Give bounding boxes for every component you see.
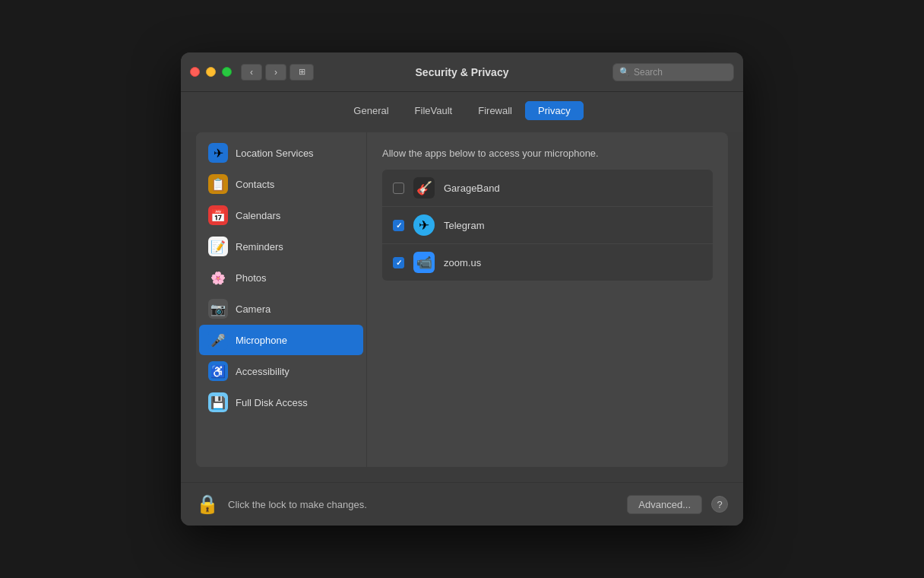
zoom-checkbox[interactable]	[393, 257, 404, 268]
sidebar-label-reminders: Reminders	[236, 241, 283, 252]
tab-general[interactable]: General	[340, 101, 401, 120]
content-pane: ✈ Location Services 📋 Contacts 📅 Calenda…	[196, 132, 728, 467]
tab-privacy[interactable]: Privacy	[525, 101, 584, 120]
table-row: 🎸 GarageBand	[382, 170, 713, 207]
lock-icon[interactable]: 🔒	[196, 494, 219, 515]
tab-firewall[interactable]: Firewall	[465, 101, 525, 120]
sidebar: ✈ Location Services 📋 Contacts 📅 Calenda…	[196, 132, 367, 467]
sidebar-label-microphone: Microphone	[236, 335, 287, 346]
sidebar-label-contacts: Contacts	[236, 179, 274, 190]
reminders-icon: 📝	[208, 237, 228, 256]
titlebar: ‹ › ⊞ Security & Privacy 🔍 Search	[181, 52, 743, 92]
tab-filevault[interactable]: FileVault	[402, 101, 466, 120]
forward-button[interactable]: ›	[265, 64, 286, 81]
footer-lock-text: Click the lock to make changes.	[228, 499, 618, 510]
zoom-name: zoom.us	[444, 257, 481, 268]
nav-buttons: ‹ ›	[241, 64, 286, 81]
microphone-icon: 🎤	[208, 330, 228, 350]
app-list: 🎸 GarageBand ✈ Telegram 📹 zoom.us	[382, 170, 713, 281]
calendars-icon: 📅	[208, 205, 228, 225]
sidebar-label-accessibility: Accessibility	[236, 366, 290, 377]
sidebar-label-calendars: Calendars	[236, 210, 280, 221]
grid-button[interactable]: ⊞	[290, 64, 314, 81]
minimize-button[interactable]	[206, 67, 216, 77]
camera-icon: 📷	[208, 299, 228, 319]
telegram-checkbox[interactable]	[393, 220, 404, 231]
window-title: Security & Privacy	[416, 66, 509, 78]
help-button[interactable]: ?	[711, 496, 728, 513]
traffic-lights	[190, 67, 232, 77]
contacts-icon: 📋	[208, 174, 228, 194]
telegram-name: Telegram	[444, 220, 484, 231]
location-services-icon: ✈	[208, 143, 228, 163]
garageband-icon: 🎸	[413, 177, 435, 198]
sidebar-item-reminders[interactable]: 📝 Reminders	[199, 231, 363, 262]
back-button[interactable]: ‹	[241, 64, 262, 81]
sidebar-item-photos[interactable]: 🌸 Photos	[199, 262, 363, 293]
advanced-button[interactable]: Advanced...	[627, 495, 702, 514]
garageband-checkbox[interactable]	[393, 183, 404, 194]
sidebar-item-microphone[interactable]: 🎤 Microphone	[199, 325, 363, 355]
full-disk-access-icon: 💾	[208, 392, 228, 412]
sidebar-item-contacts[interactable]: 📋 Contacts	[199, 169, 363, 199]
search-placeholder: Search	[634, 67, 663, 78]
sidebar-item-full-disk-access[interactable]: 💾 Full Disk Access	[199, 387, 363, 418]
garageband-name: GarageBand	[444, 183, 500, 194]
tabs-bar: General FileVault Firewall Privacy	[181, 92, 743, 132]
panel-description: Allow the apps below to access your micr…	[382, 148, 713, 159]
accessibility-icon: ♿	[208, 361, 228, 381]
sidebar-item-accessibility[interactable]: ♿ Accessibility	[199, 356, 363, 386]
sidebar-item-location-services[interactable]: ✈ Location Services	[199, 138, 363, 168]
zoom-icon: 📹	[413, 252, 435, 273]
footer: 🔒 Click the lock to make changes. Advanc…	[181, 482, 743, 526]
telegram-icon: ✈	[413, 214, 435, 236]
table-row: 📹 zoom.us	[382, 244, 713, 281]
sidebar-item-calendars[interactable]: 📅 Calendars	[199, 200, 363, 230]
table-row: ✈ Telegram	[382, 207, 713, 244]
sidebar-label-photos: Photos	[236, 272, 266, 284]
search-box[interactable]: 🔍 Search	[612, 63, 734, 81]
sidebar-label-location-services: Location Services	[236, 148, 314, 159]
sidebar-label-camera: Camera	[236, 303, 271, 315]
search-icon: 🔍	[619, 67, 630, 77]
sidebar-label-full-disk-access: Full Disk Access	[236, 397, 308, 408]
sidebar-item-camera[interactable]: 📷 Camera	[199, 294, 363, 324]
right-panel: Allow the apps below to access your micr…	[367, 132, 728, 467]
main-window: ‹ › ⊞ Security & Privacy 🔍 Search Genera…	[181, 52, 743, 526]
maximize-button[interactable]	[222, 67, 232, 77]
photos-icon: 🌸	[208, 268, 228, 287]
close-button[interactable]	[190, 67, 200, 77]
main-content: ✈ Location Services 📋 Contacts 📅 Calenda…	[181, 132, 743, 482]
